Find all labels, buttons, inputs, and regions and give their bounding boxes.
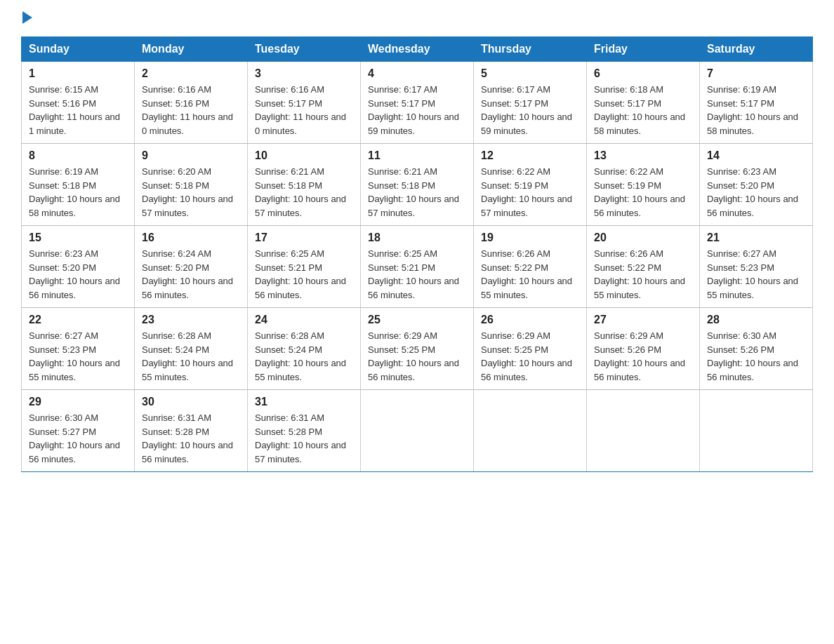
calendar-cell: 2 Sunrise: 6:16 AMSunset: 5:16 PMDayligh… [135, 62, 248, 144]
day-info: Sunrise: 6:23 AMSunset: 5:20 PMDaylight:… [707, 166, 798, 218]
day-number: 21 [707, 232, 805, 244]
calendar-cell: 23 Sunrise: 6:28 AMSunset: 5:24 PMDaylig… [135, 308, 248, 390]
calendar-cell: 17 Sunrise: 6:25 AMSunset: 5:21 PMDaylig… [248, 226, 361, 308]
day-info: Sunrise: 6:27 AMSunset: 5:23 PMDaylight:… [707, 248, 798, 300]
day-info: Sunrise: 6:22 AMSunset: 5:19 PMDaylight:… [481, 166, 572, 218]
day-info: Sunrise: 6:17 AMSunset: 5:17 PMDaylight:… [368, 84, 459, 136]
weekday-header-row: SundayMondayTuesdayWednesdayThursdayFrid… [22, 37, 813, 62]
day-number: 8 [29, 149, 127, 162]
day-number: 6 [594, 67, 692, 80]
calendar-cell: 28 Sunrise: 6:30 AMSunset: 5:26 PMDaylig… [700, 308, 813, 390]
calendar-week-row: 8 Sunrise: 6:19 AMSunset: 5:18 PMDayligh… [22, 144, 813, 226]
calendar-cell: 10 Sunrise: 6:21 AMSunset: 5:18 PMDaylig… [248, 144, 361, 226]
day-number: 25 [368, 314, 466, 326]
day-info: Sunrise: 6:29 AMSunset: 5:25 PMDaylight:… [481, 330, 572, 382]
day-info: Sunrise: 6:28 AMSunset: 5:24 PMDaylight:… [142, 330, 233, 382]
calendar-cell: 7 Sunrise: 6:19 AMSunset: 5:17 PMDayligh… [700, 62, 813, 144]
calendar-cell: 27 Sunrise: 6:29 AMSunset: 5:26 PMDaylig… [587, 308, 700, 390]
calendar-cell: 9 Sunrise: 6:20 AMSunset: 5:18 PMDayligh… [135, 144, 248, 226]
calendar-cell: 30 Sunrise: 6:31 AMSunset: 5:28 PMDaylig… [135, 390, 248, 472]
day-number: 29 [29, 396, 127, 408]
day-info: Sunrise: 6:27 AMSunset: 5:23 PMDaylight:… [29, 330, 120, 382]
day-info: Sunrise: 6:24 AMSunset: 5:20 PMDaylight:… [142, 248, 233, 300]
day-info: Sunrise: 6:30 AMSunset: 5:26 PMDaylight:… [707, 330, 798, 382]
calendar-week-row: 15 Sunrise: 6:23 AMSunset: 5:20 PMDaylig… [22, 226, 813, 308]
calendar-cell: 22 Sunrise: 6:27 AMSunset: 5:23 PMDaylig… [22, 308, 135, 390]
day-number: 12 [481, 149, 579, 162]
day-number: 28 [707, 314, 805, 326]
calendar-cell [700, 390, 813, 472]
day-info: Sunrise: 6:25 AMSunset: 5:21 PMDaylight:… [255, 248, 346, 300]
day-info: Sunrise: 6:31 AMSunset: 5:28 PMDaylight:… [255, 412, 346, 464]
weekday-header-friday: Friday [587, 37, 700, 62]
calendar-cell: 1 Sunrise: 6:15 AMSunset: 5:16 PMDayligh… [22, 62, 135, 144]
calendar-cell: 18 Sunrise: 6:25 AMSunset: 5:21 PMDaylig… [361, 226, 474, 308]
logo-triangle-icon [22, 11, 32, 24]
day-number: 18 [368, 232, 466, 244]
day-info: Sunrise: 6:26 AMSunset: 5:22 PMDaylight:… [594, 248, 685, 300]
day-info: Sunrise: 6:21 AMSunset: 5:18 PMDaylight:… [255, 166, 346, 218]
weekday-header-saturday: Saturday [700, 37, 813, 62]
day-info: Sunrise: 6:30 AMSunset: 5:27 PMDaylight:… [29, 412, 120, 464]
day-number: 19 [481, 232, 579, 244]
calendar-cell: 20 Sunrise: 6:26 AMSunset: 5:22 PMDaylig… [587, 226, 700, 308]
logo [21, 14, 32, 25]
day-info: Sunrise: 6:26 AMSunset: 5:22 PMDaylight:… [481, 248, 572, 300]
day-number: 10 [255, 149, 353, 162]
day-info: Sunrise: 6:20 AMSunset: 5:18 PMDaylight:… [142, 166, 233, 218]
calendar-cell: 31 Sunrise: 6:31 AMSunset: 5:28 PMDaylig… [248, 390, 361, 472]
day-info: Sunrise: 6:16 AMSunset: 5:17 PMDaylight:… [255, 84, 346, 136]
day-number: 4 [368, 67, 466, 80]
day-info: Sunrise: 6:19 AMSunset: 5:18 PMDaylight:… [29, 166, 120, 218]
calendar-cell: 26 Sunrise: 6:29 AMSunset: 5:25 PMDaylig… [474, 308, 587, 390]
calendar-cell: 21 Sunrise: 6:27 AMSunset: 5:23 PMDaylig… [700, 226, 813, 308]
day-number: 11 [368, 149, 466, 162]
calendar-cell: 6 Sunrise: 6:18 AMSunset: 5:17 PMDayligh… [587, 62, 700, 144]
calendar-cell: 29 Sunrise: 6:30 AMSunset: 5:27 PMDaylig… [22, 390, 135, 472]
day-info: Sunrise: 6:18 AMSunset: 5:17 PMDaylight:… [594, 84, 685, 136]
day-info: Sunrise: 6:29 AMSunset: 5:26 PMDaylight:… [594, 330, 685, 382]
calendar-cell: 19 Sunrise: 6:26 AMSunset: 5:22 PMDaylig… [474, 226, 587, 308]
calendar-cell: 11 Sunrise: 6:21 AMSunset: 5:18 PMDaylig… [361, 144, 474, 226]
calendar-cell [587, 390, 700, 472]
weekday-header-thursday: Thursday [474, 37, 587, 62]
day-number: 1 [29, 67, 127, 80]
day-number: 22 [29, 314, 127, 326]
day-number: 15 [29, 232, 127, 244]
calendar-cell: 24 Sunrise: 6:28 AMSunset: 5:24 PMDaylig… [248, 308, 361, 390]
weekday-header-tuesday: Tuesday [248, 37, 361, 62]
day-number: 2 [142, 67, 240, 80]
day-info: Sunrise: 6:31 AMSunset: 5:28 PMDaylight:… [142, 412, 233, 464]
calendar-cell: 16 Sunrise: 6:24 AMSunset: 5:20 PMDaylig… [135, 226, 248, 308]
day-info: Sunrise: 6:22 AMSunset: 5:19 PMDaylight:… [594, 166, 685, 218]
weekday-header-wednesday: Wednesday [361, 37, 474, 62]
calendar-table: SundayMondayTuesdayWednesdayThursdayFrid… [21, 36, 813, 472]
day-number: 20 [594, 232, 692, 244]
calendar-cell: 5 Sunrise: 6:17 AMSunset: 5:17 PMDayligh… [474, 62, 587, 144]
header [21, 14, 813, 25]
calendar-cell [474, 390, 587, 472]
day-info: Sunrise: 6:19 AMSunset: 5:17 PMDaylight:… [707, 84, 798, 136]
day-number: 7 [707, 67, 805, 80]
calendar-cell: 13 Sunrise: 6:22 AMSunset: 5:19 PMDaylig… [587, 144, 700, 226]
day-number: 17 [255, 232, 353, 244]
calendar-cell: 25 Sunrise: 6:29 AMSunset: 5:25 PMDaylig… [361, 308, 474, 390]
day-number: 30 [142, 396, 240, 408]
day-number: 24 [255, 314, 353, 326]
day-number: 31 [255, 396, 353, 408]
day-info: Sunrise: 6:21 AMSunset: 5:18 PMDaylight:… [368, 166, 459, 218]
day-number: 3 [255, 67, 353, 80]
calendar-cell: 15 Sunrise: 6:23 AMSunset: 5:20 PMDaylig… [22, 226, 135, 308]
day-number: 23 [142, 314, 240, 326]
calendar-week-row: 29 Sunrise: 6:30 AMSunset: 5:27 PMDaylig… [22, 390, 813, 472]
day-number: 27 [594, 314, 692, 326]
weekday-header-sunday: Sunday [22, 37, 135, 62]
calendar-week-row: 1 Sunrise: 6:15 AMSunset: 5:16 PMDayligh… [22, 62, 813, 144]
day-info: Sunrise: 6:17 AMSunset: 5:17 PMDaylight:… [481, 84, 572, 136]
day-info: Sunrise: 6:15 AMSunset: 5:16 PMDaylight:… [29, 84, 120, 136]
logo-blue-part [21, 14, 32, 24]
day-info: Sunrise: 6:16 AMSunset: 5:16 PMDaylight:… [142, 84, 233, 136]
day-number: 16 [142, 232, 240, 244]
day-number: 26 [481, 314, 579, 326]
calendar-cell: 8 Sunrise: 6:19 AMSunset: 5:18 PMDayligh… [22, 144, 135, 226]
